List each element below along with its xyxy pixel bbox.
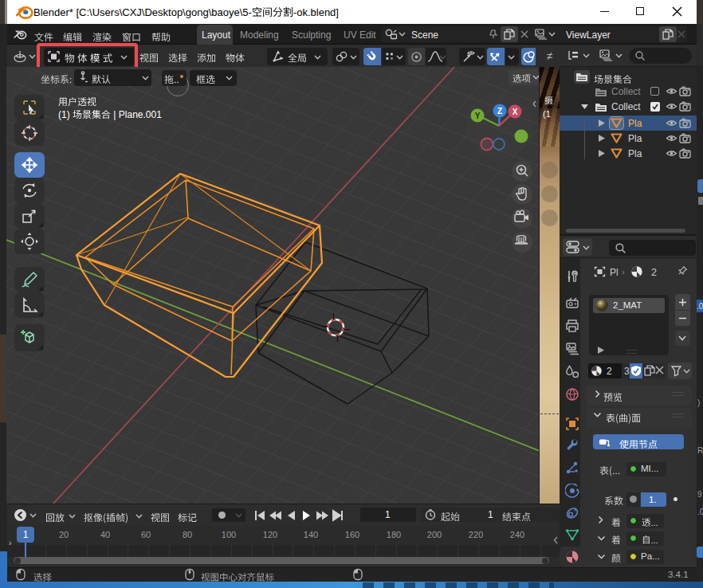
svg-text:Y: Y: [475, 112, 481, 120]
svg-text:Z: Z: [497, 107, 502, 116]
svg-text:X: X: [513, 108, 518, 116]
